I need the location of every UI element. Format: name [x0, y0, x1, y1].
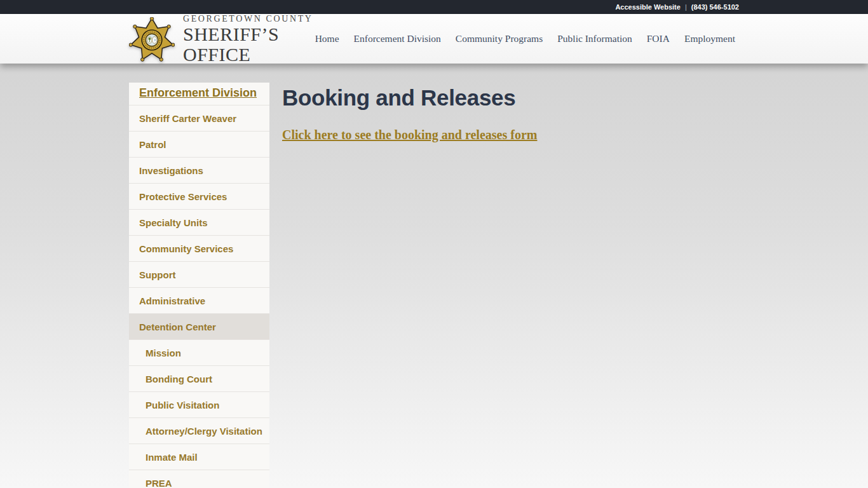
nav-item-foia[interactable]: FOIA	[647, 33, 670, 44]
sidebar-item-inmate-mail[interactable]: Inmate Mail	[129, 444, 269, 470]
page: Accessible Website | (843) 546-5102	[0, 0, 868, 488]
sidebar-item-attorney-clergy-visitation[interactable]: Attorney/Clergy Visitation	[129, 418, 269, 444]
logo-text: GEORGETOWN COUNTY SHERIFF’S OFFICE	[183, 14, 315, 64]
nav-item-home[interactable]: Home	[315, 33, 339, 44]
nav-item-enforcement-division[interactable]: Enforcement Division	[354, 33, 441, 44]
sidebar-item-sheriff-carter-weaver[interactable]: Sheriff Carter Weaver	[129, 105, 269, 132]
logo[interactable]: GEORGETOWN COUNTY SHERIFF’S OFFICE	[129, 14, 315, 64]
sidebar-item-protective-services[interactable]: Protective Services	[129, 184, 269, 210]
sidebar-items: Sheriff Carter WeaverPatrolInvestigation…	[129, 105, 269, 488]
main-content: Booking and Releases Click here to see t…	[282, 83, 537, 142]
sidebar-item-community-services[interactable]: Community Services	[129, 236, 269, 262]
site-header: GEORGETOWN COUNTY SHERIFF’S OFFICE HomeE…	[0, 14, 868, 64]
accessible-website-link[interactable]: Accessible Website	[615, 3, 681, 11]
topbar-separator: |	[685, 3, 687, 11]
phone-number: (843) 546-5102	[691, 3, 739, 11]
sidebar-item-administrative[interactable]: Administrative	[129, 288, 269, 314]
nav-item-community-programs[interactable]: Community Programs	[456, 33, 543, 44]
page-title: Booking and Releases	[282, 85, 537, 111]
sidebar-item-specialty-units[interactable]: Specialty Units	[129, 210, 269, 236]
sidebar-header-enforcement-division[interactable]: Enforcement Division	[129, 83, 269, 105]
sidebar-item-bonding-court[interactable]: Bonding Court	[129, 366, 269, 392]
sidebar: Enforcement Division Sheriff Carter Weav…	[129, 83, 269, 488]
topbar: Accessible Website | (843) 546-5102	[0, 0, 868, 14]
sidebar-item-mission[interactable]: Mission	[129, 340, 269, 366]
content-area: Enforcement Division Sheriff Carter Weav…	[129, 64, 739, 488]
logo-office-text: SHERIFF’S OFFICE	[183, 24, 315, 64]
nav-item-public-information[interactable]: Public Information	[557, 33, 632, 44]
main-nav: HomeEnforcement DivisionCommunity Progra…	[315, 33, 739, 44]
sidebar-item-patrol[interactable]: Patrol	[129, 132, 269, 158]
sidebar-item-detention-center[interactable]: Detention Center	[129, 314, 269, 340]
sheriff-star-badge-icon	[129, 17, 175, 63]
sidebar-item-public-visitation[interactable]: Public Visitation	[129, 392, 269, 418]
sidebar-item-prea[interactable]: PREA	[129, 470, 269, 488]
sidebar-item-investigations[interactable]: Investigations	[129, 158, 269, 184]
booking-releases-form-link[interactable]: Click here to see the booking and releas…	[282, 128, 537, 142]
logo-county-text: GEORGETOWN COUNTY	[183, 14, 315, 24]
nav-item-employment[interactable]: Employment	[684, 33, 735, 44]
sidebar-item-support[interactable]: Support	[129, 262, 269, 288]
